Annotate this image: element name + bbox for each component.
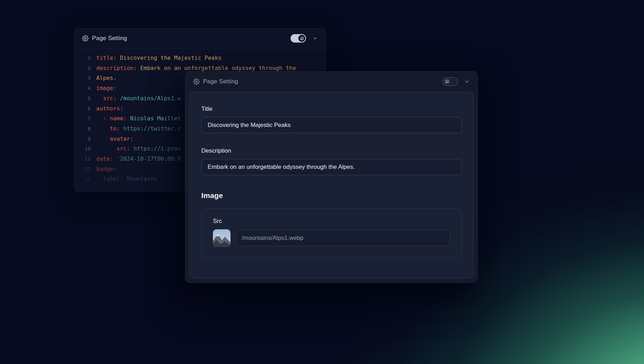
code-token: -: [96, 114, 110, 124]
code-token: https://twitter.c: [120, 124, 181, 134]
line-number: 4: [82, 83, 91, 94]
line-number: 3: [82, 73, 91, 83]
line-number: 6: [82, 104, 91, 114]
code-token: Discovering the Majestic Peaks: [117, 53, 222, 63]
line-number: 1: [82, 53, 91, 63]
code-token: avatar:: [110, 134, 134, 144]
line-number: 11: [82, 154, 91, 164]
title-field-block: Title: [201, 106, 462, 133]
image-thumbnail[interactable]: [213, 229, 230, 247]
code-token: src:: [117, 144, 130, 154]
code-token: Mountains: [123, 174, 157, 184]
code-token: authors:: [96, 104, 123, 114]
code-panel-header: Page Setting: [74, 28, 326, 49]
chevron-down-icon[interactable]: [464, 79, 470, 84]
panel-title: Page Setting: [203, 78, 238, 85]
line-number: 8: [82, 124, 91, 134]
line-number: 12: [82, 164, 91, 174]
code-token: title:: [96, 53, 117, 63]
chevron-down-icon[interactable]: [312, 36, 318, 41]
view-mode-toggle[interactable]: [291, 34, 306, 43]
code-token: [96, 124, 110, 134]
code-token: [96, 134, 110, 144]
code-token: label:: [103, 174, 123, 184]
form-panel-header: Page Setting: [186, 72, 477, 91]
form-container: Title Description Image Src: [189, 92, 474, 279]
description-input[interactable]: [201, 159, 462, 175]
code-token: to:: [110, 124, 120, 134]
view-mode-toggle[interactable]: [442, 77, 458, 86]
code-token: name:: [110, 114, 127, 124]
title-input[interactable]: [201, 117, 462, 133]
line-number: 10: [82, 144, 91, 154]
code-token: src:: [103, 94, 117, 104]
gear-icon: [193, 78, 200, 85]
code-token: [96, 94, 103, 104]
line-number: 2: [82, 63, 91, 74]
code-token: description:: [96, 63, 137, 74]
description-field-block: Description: [201, 147, 462, 175]
code-token: date:: [96, 154, 113, 164]
code-token: [96, 144, 117, 154]
toggle-knob-form-view-icon: [298, 35, 305, 42]
title-label: Title: [201, 106, 462, 113]
line-number: 13: [82, 174, 91, 184]
description-label: Description: [201, 147, 462, 154]
code-line: 1title: Discovering the Majestic Peaks: [82, 53, 319, 63]
code-token: https://i.prav: [130, 144, 181, 154]
src-input[interactable]: [235, 230, 450, 246]
line-number: 5: [82, 94, 91, 104]
code-token: image:: [96, 83, 117, 94]
code-token: Nicolas Maillet: [127, 114, 181, 124]
desktop-background: Page Setting 1title: Discovering the Maj…: [0, 0, 644, 364]
form-settings-panel: Page Setting Title Descript: [185, 71, 478, 283]
toggle-knob-form-view-icon: [443, 78, 450, 85]
image-section-heading: Image: [201, 191, 462, 200]
code-token: '2024-10-17T00:00:0: [113, 154, 181, 164]
src-label: Src: [213, 218, 450, 225]
line-number: 7: [82, 114, 91, 124]
line-number: 9: [82, 134, 91, 144]
gear-icon: [82, 35, 89, 41]
code-token: /mountains/Alps1.w: [117, 94, 181, 104]
code-token: badge:: [96, 164, 117, 174]
code-token: Alpes.: [96, 73, 117, 83]
panel-title: Page Setting: [92, 35, 127, 42]
image-src-card: Src: [201, 208, 462, 258]
code-token: [96, 174, 103, 184]
